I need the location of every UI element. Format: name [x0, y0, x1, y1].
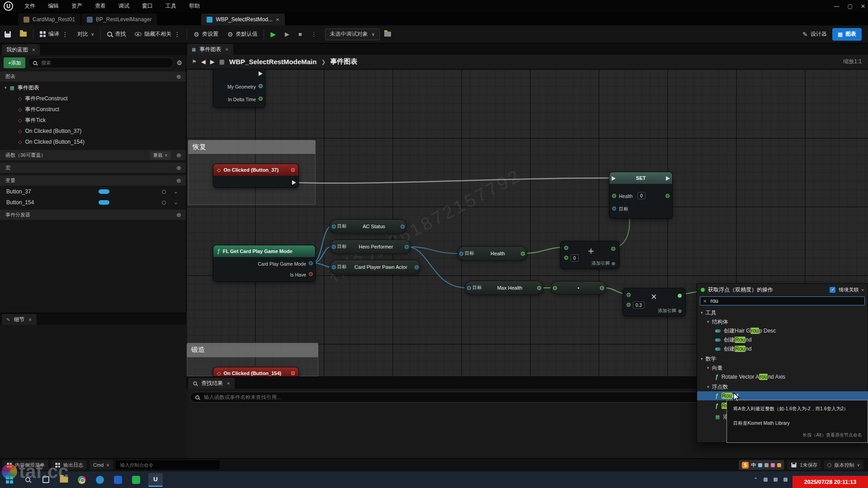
menu-edit[interactable]: 编辑: [42, 0, 65, 12]
tray-icon-1[interactable]: [764, 478, 768, 482]
tree-onclicked-button37[interactable]: ◇On Clicked (Button_37): [0, 126, 186, 136]
tree-event-preconstruct[interactable]: ◇事件PreConstruct: [0, 93, 186, 104]
tab-event-graph[interactable]: ▦ 事件图表 ✕: [187, 44, 233, 55]
diff-button[interactable]: 对比 ∨: [73, 25, 99, 43]
close-tab-icon[interactable]: ✕: [226, 381, 230, 386]
console-input[interactable]: [119, 462, 216, 468]
action-make-hair-group-desc[interactable]: 创建Hair Group Desc: [697, 326, 868, 335]
tray-icon-2[interactable]: [774, 478, 778, 482]
tree-event-graph[interactable]: ▾ ▦ 事件图表: [0, 82, 186, 93]
panel-settings-icon[interactable]: ⚙: [176, 59, 182, 66]
mic-icon[interactable]: [758, 463, 762, 467]
play-options-button[interactable]: ⋮: [307, 25, 321, 43]
action-search-input[interactable]: [709, 297, 862, 305]
menu-asset[interactable]: 资产: [66, 0, 88, 12]
section-macros[interactable]: 宏 ⊕: [0, 163, 186, 174]
menu-window[interactable]: 窗口: [136, 0, 159, 12]
variable-button154[interactable]: Button_154 ⌄: [0, 197, 186, 208]
tray-expand-icon[interactable]: ⌃: [754, 477, 758, 483]
tree-onclicked-button154[interactable]: ◇On Clicked (Button_154): [0, 136, 186, 147]
tray-icon-3[interactable]: [783, 478, 788, 482]
add-function-icon[interactable]: ⊕: [176, 152, 181, 159]
tab-wbp-selectrestmode[interactable]: WBP_SelectRestMod... ✕: [201, 14, 285, 25]
section-graphs[interactable]: 图表 ⊕: [0, 71, 186, 82]
close-tab-icon[interactable]: ✕: [28, 317, 32, 322]
context-sensitive-checkbox[interactable]: ✓: [830, 287, 835, 293]
add-macro-icon[interactable]: ⊕: [176, 164, 181, 171]
tab-find-results[interactable]: 查找结果 ✕: [188, 378, 235, 389]
compile-options-icon[interactable]: ⋮: [62, 31, 68, 38]
designer-mode-button[interactable]: ✎ 设计器: [797, 30, 832, 38]
tab-my-blueprint[interactable]: 我的蓝图 ✕: [2, 44, 40, 55]
unreal-taskbar-button[interactable]: U: [148, 473, 163, 487]
tab-details[interactable]: ✎ 细节 ✕: [2, 314, 37, 325]
clear-search-icon[interactable]: ✕: [703, 299, 707, 304]
revision-control-button[interactable]: 版本控制 ∨: [824, 460, 863, 470]
unsaved-button[interactable]: 1未保存: [787, 460, 821, 470]
hide-unrelated-button[interactable]: 隐藏不相关 ⋮: [130, 25, 185, 43]
meeting-app-button[interactable]: [112, 474, 124, 486]
class-defaults-button[interactable]: ⚙类默认值: [223, 25, 262, 43]
graph-root-icon[interactable]: ▦: [219, 58, 225, 65]
close-tab-icon[interactable]: ✕: [225, 47, 228, 52]
visibility-icon[interactable]: ⌄: [174, 199, 178, 206]
expand-icon[interactable]: ▸: [862, 287, 864, 292]
section-functions[interactable]: 函数（36可覆盖） 重载 ∨ ⊕: [0, 150, 186, 161]
category-float[interactable]: ▾浮点数: [697, 382, 868, 391]
browse-debug-button[interactable]: [380, 25, 396, 43]
menu-file[interactable]: 文件: [19, 0, 41, 12]
add-new-button[interactable]: +添加: [4, 57, 25, 68]
ime-toolbar[interactable]: S 中: [739, 460, 784, 470]
close-button[interactable]: ✕: [861, 3, 865, 9]
override-dropdown[interactable]: 重载 ∨: [150, 151, 170, 160]
breadcrumb-root[interactable]: WBP_SelectRestModeMain: [229, 58, 316, 66]
search-input[interactable]: [40, 60, 169, 66]
action-search-box[interactable]: ✕: [700, 296, 865, 305]
action-make-round-2[interactable]: 创建Round: [697, 344, 868, 353]
action-round-selected[interactable]: ƒ Round: [697, 391, 868, 400]
tree-event-construct[interactable]: ◇事件Construct: [0, 104, 186, 115]
unreal-logo-icon[interactable]: U: [4, 1, 13, 11]
close-tab-icon[interactable]: ✕: [276, 17, 279, 22]
green-app-button[interactable]: [130, 474, 142, 486]
hide-options-icon[interactable]: ⋮: [174, 31, 180, 38]
emoji-icon[interactable]: [771, 463, 775, 467]
breadcrumb-leaf[interactable]: 事件图表: [330, 57, 358, 66]
blueprint-search[interactable]: [28, 57, 174, 68]
graph-mode-button[interactable]: ▦ 图表: [832, 28, 862, 41]
action-make-round-1[interactable]: 创建Round: [697, 335, 868, 344]
category-math[interactable]: ▾数学: [697, 354, 868, 363]
category-struct[interactable]: ▾结构体: [697, 317, 868, 326]
add-variable-icon[interactable]: ⊕: [176, 177, 181, 184]
visibility-icon[interactable]: ⌄: [174, 188, 178, 195]
cmd-dropdown[interactable]: Cmd ∨: [90, 460, 113, 470]
ime-mode-label[interactable]: 中: [751, 462, 756, 469]
back-icon[interactable]: ◀: [201, 58, 206, 65]
forward-icon[interactable]: ▶: [210, 58, 215, 65]
section-variables[interactable]: 变量 ⊕: [0, 175, 186, 186]
bell-icon[interactable]: [162, 190, 166, 194]
frame-skip-button[interactable]: ▶: [280, 25, 294, 43]
toolbox-icon[interactable]: [777, 463, 781, 467]
find-button[interactable]: 查找: [103, 25, 130, 43]
keyboard-icon[interactable]: [764, 463, 769, 467]
menu-view[interactable]: 查看: [89, 0, 112, 12]
minimize-button[interactable]: —: [834, 3, 840, 9]
compile-button[interactable]: 编译 ⋮: [35, 25, 73, 43]
browse-button[interactable]: [15, 25, 31, 43]
tab-bp-restlevelmanager[interactable]: BP_RestLevelManager: [81, 14, 157, 25]
debug-object-dropdown[interactable]: 未选中调试对象 ∨: [325, 28, 380, 40]
menu-debug[interactable]: 调试: [113, 0, 135, 12]
menu-help[interactable]: 帮助: [183, 0, 206, 12]
add-dispatcher-icon[interactable]: ⊕: [176, 211, 181, 218]
menu-tools[interactable]: 工具: [160, 0, 182, 12]
chrome-button[interactable]: [76, 474, 88, 486]
expand-icon[interactable]: ▾: [5, 85, 7, 90]
section-event-dispatchers[interactable]: 事件分发器 ⊕: [0, 210, 186, 221]
class-settings-button[interactable]: ⚙类设置: [189, 25, 223, 43]
console-command-box[interactable]: [116, 460, 220, 469]
tab-cardmap-rest01[interactable]: CardMap_Rest01: [18, 14, 80, 25]
bell-icon[interactable]: [162, 201, 166, 205]
bookmark-icon[interactable]: ⚑: [192, 59, 197, 65]
category-tools[interactable]: ▾工具: [697, 308, 868, 317]
